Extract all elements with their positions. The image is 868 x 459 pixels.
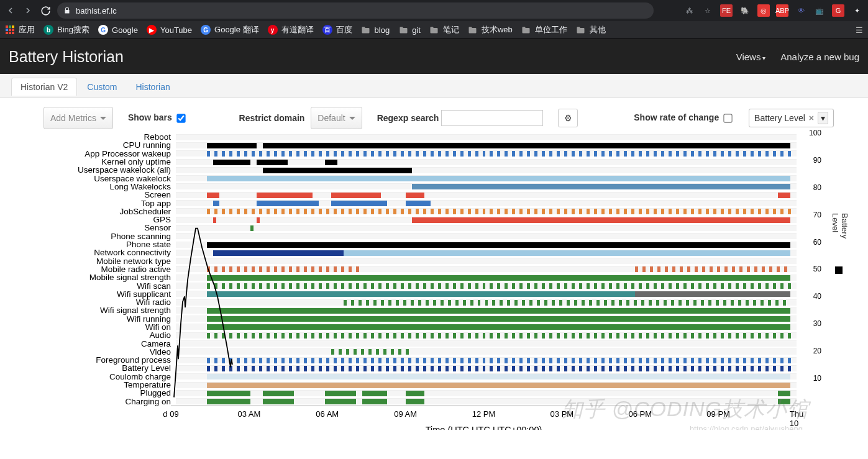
y-tick: 30: [813, 319, 821, 328]
address-bar[interactable]: bathist.ef.lc: [57, 2, 654, 19]
bookmark-blog[interactable]: blog: [361, 25, 390, 35]
metric-track[interactable]: [176, 200, 797, 206]
metric-track[interactable]: [176, 167, 797, 173]
metric-track[interactable]: [176, 398, 797, 404]
analyze-link[interactable]: Analyze a new bug: [780, 52, 859, 62]
metric-track[interactable]: [176, 340, 797, 347]
metric-track[interactable]: [176, 365, 797, 371]
metric-track[interactable]: [176, 134, 797, 140]
bookmark-单位工作[interactable]: 单位工作: [521, 24, 567, 35]
tab-historian[interactable]: Historian: [127, 78, 179, 96]
bookmark-label: 技术web: [482, 24, 513, 35]
metric-track[interactable]: [176, 283, 797, 289]
star-icon[interactable]: ☆: [701, 4, 714, 17]
metric-track[interactable]: [176, 217, 797, 223]
metric-row: JobScheduler: [0, 207, 834, 216]
eye-ext[interactable]: 👁: [795, 4, 807, 17]
views-dropdown[interactable]: Views ▾: [736, 52, 766, 62]
bookmark-应用[interactable]: 应用: [5, 24, 35, 35]
metric-track[interactable]: [176, 357, 797, 363]
x-axis: d 0903 AM06 AM09 AM12 PM03 PM06 PM09 PMT…: [171, 406, 797, 430]
tab-custom[interactable]: Custom: [78, 78, 126, 96]
bookmark-笔记[interactable]: 笔记: [429, 24, 459, 35]
metric-track[interactable]: [176, 324, 797, 330]
metric-track[interactable]: [176, 225, 797, 231]
lock-icon: [63, 7, 71, 14]
metric-track[interactable]: [176, 208, 797, 214]
folder-icon: [576, 25, 586, 35]
spiral-ext[interactable]: ◎: [757, 4, 770, 17]
metric-track[interactable]: [176, 159, 797, 165]
reading-list-icon[interactable]: ☰: [856, 25, 863, 35]
add-metrics-button[interactable]: Add Metrics: [43, 107, 113, 129]
x-tick: 06 PM: [628, 409, 652, 419]
metric-track[interactable]: [176, 299, 797, 306]
metric-track[interactable]: [176, 175, 797, 181]
fe-ext[interactable]: FE: [720, 4, 733, 17]
metric-row: Foreground process: [0, 356, 834, 364]
metric-track[interactable]: [176, 390, 797, 396]
reload-icon[interactable]: [40, 5, 51, 16]
show-bars-checkbox[interactable]: [176, 114, 185, 122]
bookmark-YouTube[interactable]: ▶YouTube: [147, 25, 192, 35]
abp-ext[interactable]: ABP: [776, 4, 788, 17]
metric-track[interactable]: [176, 348, 797, 355]
rate-checkbox[interactable]: [723, 114, 732, 122]
metric-track[interactable]: [176, 382, 797, 388]
metric-track[interactable]: [176, 142, 797, 148]
bookmark-git[interactable]: git: [398, 25, 421, 35]
metric-track[interactable]: [176, 266, 797, 272]
metric-track[interactable]: [176, 242, 797, 248]
restrict-domain-select[interactable]: Default: [311, 107, 362, 129]
metric-track[interactable]: [176, 332, 797, 339]
metric-row: Userspace wakelock: [0, 174, 834, 182]
evernote-ext[interactable]: 🐘: [739, 4, 751, 17]
metric-track[interactable]: [176, 258, 797, 264]
metric-track[interactable]: [176, 275, 797, 281]
translate-icon[interactable]: ⁂: [683, 4, 695, 17]
bookmark-label: Bing搜索: [57, 24, 89, 35]
g-ext[interactable]: G: [832, 4, 844, 17]
regexp-input[interactable]: [441, 110, 543, 126]
bookmark-label: 其他: [590, 24, 606, 35]
site-icon: y: [268, 25, 278, 35]
app-navbar: Battery Historian Views ▾ Analyze a new …: [0, 39, 868, 74]
series-pill[interactable]: Battery Level×▾: [749, 109, 834, 127]
bookmark-label: Google 翻译: [214, 24, 259, 35]
metric-track[interactable]: [176, 316, 797, 322]
metric-track[interactable]: [176, 250, 797, 256]
bookmark-Bing搜索[interactable]: bBing搜索: [43, 24, 89, 35]
metric-track[interactable]: [176, 150, 797, 157]
metric-track[interactable]: [176, 307, 797, 314]
bookmark-百度[interactable]: 百百度: [322, 24, 352, 35]
metric-row: Phone scanning: [0, 232, 834, 240]
tab-historian-v2[interactable]: Historian V2: [11, 78, 77, 96]
metric-track[interactable]: [176, 291, 797, 297]
metric-track[interactable]: [176, 233, 797, 239]
site-icon: G: [201, 25, 211, 35]
x-tick: 09 PM: [706, 409, 730, 419]
bookmark-其他[interactable]: 其他: [576, 24, 606, 35]
bookmark-Google 翻译[interactable]: GGoogle 翻译: [201, 24, 259, 35]
x-tick: 12 PM: [472, 409, 496, 419]
metric-row: Charging on: [0, 398, 834, 406]
chevron-down-icon[interactable]: ▾: [818, 112, 828, 124]
metric-track[interactable]: [176, 183, 797, 189]
bookmark-技术web[interactable]: 技术web: [468, 24, 513, 35]
chevron-down-icon: [349, 117, 355, 120]
metric-row: Battery Level: [0, 364, 834, 372]
bookmark-有道翻译[interactable]: y有道翻译: [268, 24, 314, 35]
bookmark-Google[interactable]: GGoogle: [98, 25, 138, 35]
browser-chrome: bathist.ef.lc ⁂☆FE🐘◎ABP👁📺G✦: [0, 0, 868, 21]
metric-row: Wifi running: [0, 315, 834, 323]
close-icon[interactable]: ×: [809, 113, 814, 123]
metric-track[interactable]: [176, 373, 797, 379]
forward-icon[interactable]: [22, 5, 34, 16]
settings-button[interactable]: ⚙: [558, 109, 578, 127]
puzzle-icon[interactable]: ✦: [851, 4, 863, 17]
metric-track[interactable]: [176, 192, 797, 198]
y-tick: 80: [813, 183, 821, 192]
app-title: Battery Historian: [9, 48, 124, 66]
back-icon[interactable]: [5, 5, 16, 16]
tv-ext[interactable]: 📺: [813, 4, 826, 17]
